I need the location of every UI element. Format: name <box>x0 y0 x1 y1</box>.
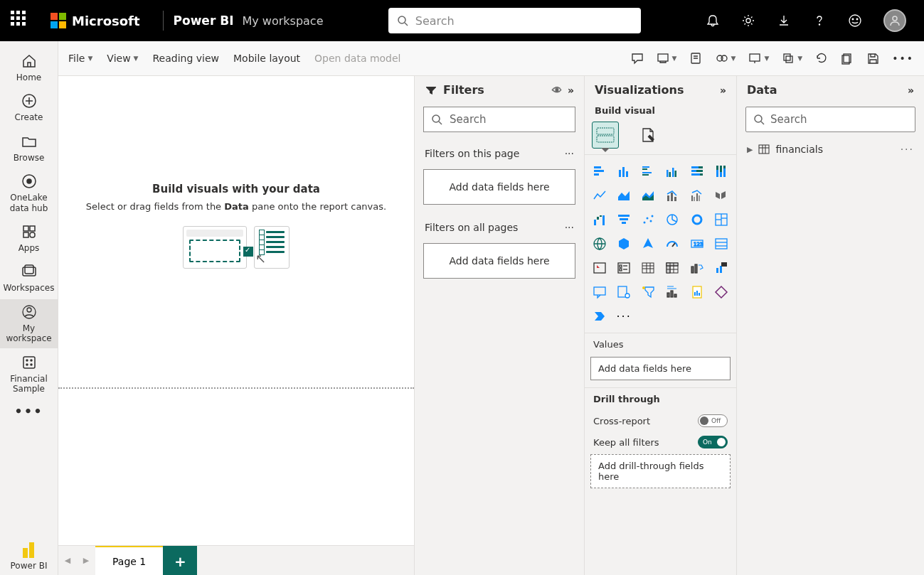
decomposition-icon[interactable] <box>637 281 659 303</box>
tab-prev[interactable]: ◀ <box>58 546 77 575</box>
stacked-area-icon[interactable] <box>637 185 659 206</box>
table-icon[interactable] <box>637 257 659 279</box>
build-visual-tab[interactable] <box>592 122 619 149</box>
area-chart-icon[interactable] <box>613 185 634 206</box>
stacked-bar-icon[interactable] <box>589 161 610 182</box>
more-icon[interactable]: ··· <box>565 148 574 159</box>
waterfall-icon[interactable] <box>589 209 610 230</box>
microsoft-logo[interactable]: Microsoft <box>51 13 140 28</box>
nav-create[interactable]: Create <box>0 88 58 127</box>
nav-apps[interactable]: Apps <box>0 219 58 257</box>
ribbon-chart-icon[interactable] <box>711 185 732 206</box>
drillthrough-dropzone[interactable]: Add drill-through fields here <box>590 454 731 488</box>
present-icon[interactable]: ▼ <box>748 52 769 65</box>
nav-powerbi[interactable]: Power BI <box>0 535 58 575</box>
filters-page-dropzone[interactable]: Add data fields here <box>423 169 575 205</box>
power-automate-icon[interactable] <box>589 306 610 327</box>
smart-narrative-icon[interactable] <box>662 281 683 303</box>
comment-icon[interactable] <box>631 52 644 65</box>
nav-workspaces[interactable]: Workspaces <box>0 259 58 297</box>
map-icon[interactable] <box>589 233 610 254</box>
data-search[interactable]: Search <box>745 107 915 132</box>
powerbi-brand[interactable]: Power BI <box>174 14 234 28</box>
more-icon[interactable]: ··· <box>901 144 914 155</box>
pie-icon[interactable] <box>662 209 683 230</box>
mobile-layout-button[interactable]: Mobile layout <box>233 53 300 64</box>
reading-view-button[interactable]: Reading view <box>153 53 220 64</box>
funnel-icon[interactable] <box>613 209 634 230</box>
slicer-icon[interactable] <box>613 257 634 279</box>
visibility-icon[interactable]: 👁 <box>552 85 562 96</box>
more-visuals-icon[interactable]: ··· <box>613 306 634 327</box>
matrix-icon[interactable] <box>662 257 683 279</box>
power-apps-icon[interactable] <box>711 281 732 303</box>
line-column-icon[interactable] <box>662 185 683 206</box>
explore-icon[interactable]: ▼ <box>657 52 677 65</box>
filled-map-icon[interactable] <box>613 233 634 254</box>
account-avatar[interactable] <box>883 9 906 32</box>
100-stacked-column-icon[interactable] <box>711 161 732 182</box>
waffle-icon[interactable] <box>11 11 31 31</box>
filters-search[interactable]: Search <box>423 107 575 132</box>
nav-browse[interactable]: Browse <box>0 129 58 167</box>
refresh-icon[interactable] <box>815 52 828 65</box>
nav-onelake[interactable]: OneLake data hub <box>0 168 58 217</box>
download-icon[interactable] <box>777 14 791 28</box>
tab-next[interactable]: ▶ <box>77 546 95 575</box>
svg-rect-45 <box>642 172 652 173</box>
feedback-icon[interactable] <box>848 14 862 28</box>
kpi-icon[interactable] <box>589 257 610 279</box>
add-page-button[interactable]: + <box>163 546 197 575</box>
chevron-down-icon: ▼ <box>731 55 736 62</box>
donut-icon[interactable] <box>686 209 708 230</box>
nav-home[interactable]: Home <box>0 48 58 87</box>
key-influencer-icon[interactable] <box>613 281 634 303</box>
azure-map-icon[interactable] <box>637 233 659 254</box>
chevron-down-icon: ▼ <box>134 55 139 62</box>
data-table-financials[interactable]: ▶ financials ··· <box>737 141 924 158</box>
clustered-bar-icon[interactable] <box>637 161 659 182</box>
filters-all-dropzone[interactable]: Add data fields here <box>423 243 575 279</box>
report-canvas[interactable]: Build visuals with your data Select or d… <box>58 76 414 285</box>
multi-row-card-icon[interactable] <box>711 233 732 254</box>
clustered-column-icon[interactable] <box>662 161 683 182</box>
nav-financial-sample[interactable]: Financial Sample <box>0 350 58 399</box>
nav-more[interactable]: ••• <box>0 399 58 424</box>
py-visual-icon[interactable] <box>711 257 732 279</box>
more-icon[interactable]: ••• <box>892 53 914 64</box>
bookmark-icon[interactable] <box>689 52 702 65</box>
workspace-name[interactable]: My workspace <box>242 14 323 28</box>
cross-report-toggle[interactable]: Off <box>698 414 728 427</box>
settings-icon[interactable] <box>741 14 755 28</box>
view-icon[interactable]: ▼ <box>715 52 736 65</box>
save-icon[interactable] <box>866 52 879 65</box>
scatter-icon[interactable] <box>637 209 659 230</box>
help-icon[interactable] <box>812 14 827 28</box>
menu-view[interactable]: View▼ <box>107 53 138 64</box>
values-dropzone[interactable]: Add data fields here <box>590 357 731 380</box>
tab-page1[interactable]: Page 1 <box>95 546 163 575</box>
menu-file[interactable]: File▼ <box>68 53 92 64</box>
nav-my-workspace[interactable]: My workspace <box>0 299 58 348</box>
collapse-icon[interactable]: » <box>720 85 726 96</box>
collapse-icon[interactable]: » <box>908 85 914 96</box>
line-clustered-column-icon[interactable] <box>686 185 708 206</box>
copy-icon[interactable]: ▼ <box>782 52 802 65</box>
svg-rect-38 <box>594 170 604 172</box>
100-stacked-bar-icon[interactable] <box>686 161 708 182</box>
line-chart-icon[interactable] <box>589 185 610 206</box>
format-visual-tab[interactable] <box>634 122 662 149</box>
global-search[interactable]: Search <box>388 8 641 33</box>
treemap-icon[interactable] <box>711 209 732 230</box>
r-visual-icon[interactable] <box>686 257 708 279</box>
duplicate-icon[interactable] <box>841 52 854 65</box>
more-icon[interactable]: ··· <box>565 222 574 233</box>
paginated-icon[interactable] <box>686 281 708 303</box>
keep-filters-toggle[interactable]: On <box>698 436 728 448</box>
card-icon[interactable]: 123 <box>686 233 708 254</box>
qa-icon[interactable] <box>589 281 610 303</box>
stacked-column-icon[interactable] <box>613 161 634 182</box>
notifications-icon[interactable] <box>706 14 720 28</box>
gauge-icon[interactable] <box>662 233 683 254</box>
collapse-icon[interactable]: » <box>568 85 574 96</box>
